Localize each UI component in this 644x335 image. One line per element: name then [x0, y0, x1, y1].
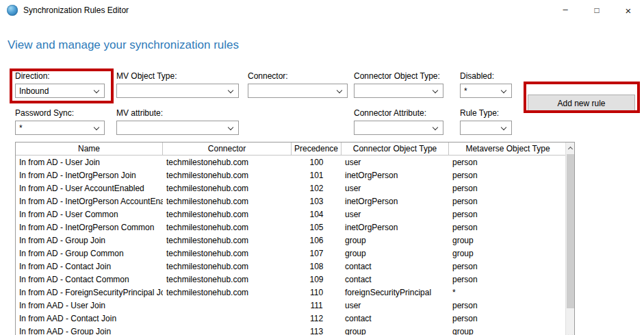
table-cell: techmilestonehub.com [163, 247, 292, 260]
connector-object-type-filter: Connector Object Type: [354, 71, 443, 98]
table-cell: group [342, 247, 449, 260]
connector-attribute-filter: Connector Attribute: [354, 108, 443, 135]
connector-object-type-select[interactable] [354, 84, 443, 98]
table-cell: In from AD - Contact Join [16, 260, 163, 273]
table-row[interactable]: In from AAD - Contact Join112contactpers… [16, 312, 567, 325]
column-header-connector[interactable]: Connector [163, 142, 292, 155]
maximize-button[interactable]: □ [581, 0, 613, 21]
table-cell: techmilestonehub.com [163, 273, 292, 286]
table-cell: person [449, 273, 567, 286]
table-cell: person [449, 299, 567, 312]
table-cell: 110 [292, 286, 342, 299]
page-title: View and manage your synchronization rul… [8, 38, 239, 52]
table-cell: In from AD - InetOrgPerson Common [16, 221, 163, 234]
caption-buttons: – □ × [550, 0, 644, 21]
close-button[interactable]: × [613, 0, 644, 21]
table-cell: person [449, 208, 567, 221]
table-row[interactable]: In from AD - Group Commontechmilestonehu… [16, 247, 567, 260]
disabled-filter-label: Disabled: [460, 71, 512, 81]
table-cell: 100 [292, 156, 342, 169]
table-cell: techmilestonehub.com [163, 182, 292, 195]
connector-filter-label: Connector: [248, 71, 348, 81]
mv-object-type-filter: MV Object Type: [116, 71, 239, 98]
password-sync-select-value: * [19, 123, 90, 133]
table-cell: person [449, 182, 567, 195]
mv-object-type-select[interactable] [116, 84, 239, 98]
direction-select[interactable]: Inbound [15, 84, 105, 98]
table-cell: 109 [292, 273, 342, 286]
chevron-down-icon [94, 125, 99, 130]
table-row[interactable]: In from AD - InetOrgPerson Commontechmil… [16, 221, 567, 234]
table-body: In from AD - User Jointechmilestonehub.c… [16, 156, 574, 335]
column-header-name[interactable]: Name [16, 142, 163, 155]
mv-object-type-filter-label: MV Object Type: [116, 71, 239, 81]
connector-attribute-select[interactable] [354, 121, 443, 135]
table-row[interactable]: In from AD - User Jointechmilestonehub.c… [16, 156, 567, 169]
table-cell: 106 [292, 234, 342, 247]
table-cell: group [342, 234, 449, 247]
table-row[interactable]: In from AAD - User Join111userperson [16, 299, 567, 312]
table-cell: group [342, 325, 449, 335]
table-cell: user [342, 182, 449, 195]
chevron-down-icon [501, 125, 506, 130]
connector-attribute-filter-label: Connector Attribute: [354, 108, 443, 118]
table-row[interactable]: In from AD - User AccountEnabledtechmile… [16, 182, 567, 195]
table-row[interactable]: In from AD - InetOrgPerson AccountEnable… [16, 195, 567, 208]
password-sync-filter-label: Password Sync: [15, 108, 105, 118]
titlebar: Synchronization Rules Editor – □ × [0, 0, 644, 21]
add-new-rule-button[interactable]: Add new rule [528, 95, 635, 112]
table-row[interactable]: In from AAD - Group Join113groupgroup [16, 325, 567, 335]
rules-table: Name Connector Precedence Connector Obje… [15, 142, 575, 335]
connector-object-type-filter-label: Connector Object Type: [354, 71, 443, 81]
table-cell: techmilestonehub.com [163, 195, 292, 208]
chevron-down-icon [337, 88, 342, 93]
table-cell: 102 [292, 182, 342, 195]
disabled-select[interactable]: * [460, 84, 512, 98]
table-cell: * [449, 286, 567, 299]
table-header: Name Connector Precedence Connector Obje… [16, 142, 567, 156]
table-cell: In from AAD - Group Join [16, 325, 163, 335]
table-cell: person [449, 195, 567, 208]
minimize-button[interactable]: – [550, 0, 581, 21]
table-cell: contact [342, 260, 449, 273]
password-sync-select[interactable]: * [15, 121, 105, 135]
rule-type-filter-label: Rule Type: [460, 108, 512, 118]
scroll-down-button[interactable] [566, 331, 575, 335]
password-sync-filter: Password Sync: * [15, 108, 105, 135]
chevron-down-icon [228, 125, 233, 130]
table-cell: inetOrgPerson [342, 169, 449, 182]
table-cell: foreignSecurityPrincipal [342, 286, 449, 299]
table-row[interactable]: In from AD - User Commontechmilestonehub… [16, 208, 567, 221]
table-row[interactable]: In from AD - Contact Jointechmilestonehu… [16, 260, 567, 273]
mv-attribute-select[interactable] [116, 121, 239, 135]
chevron-down-icon [433, 88, 438, 93]
table-cell: In from AD - InetOrgPerson AccountEnable… [16, 195, 163, 208]
vertical-scrollbar[interactable] [565, 142, 574, 335]
table-cell: 107 [292, 247, 342, 260]
table-cell: 105 [292, 221, 342, 234]
app-icon [7, 5, 18, 16]
scrollbar-thumb[interactable] [567, 154, 574, 308]
direction-filter: Direction: Inbound [15, 71, 105, 98]
chevron-down-icon [433, 125, 438, 130]
table-row[interactable]: In from AD - InetOrgPerson Jointechmiles… [16, 169, 567, 182]
table-cell: person [449, 169, 567, 182]
connector-select[interactable] [248, 84, 348, 98]
table-row[interactable]: In from AD - Contact Commontechmilestone… [16, 273, 567, 286]
column-header-metaverse-object-type[interactable]: Metaverse Object Type [449, 142, 567, 155]
connector-filter: Connector: [248, 71, 348, 98]
chevron-down-icon [94, 88, 99, 93]
table-cell: 101 [292, 169, 342, 182]
scroll-up-button[interactable] [566, 142, 575, 153]
table-cell: user [342, 299, 449, 312]
column-header-precedence[interactable]: Precedence [292, 142, 342, 155]
table-row[interactable]: In from AD - Group Jointechmilestonehub.… [16, 234, 567, 247]
table-cell: group [449, 234, 567, 247]
table-cell [163, 299, 292, 312]
rule-type-select[interactable] [460, 121, 512, 135]
direction-select-value: Inbound [19, 86, 90, 96]
table-row[interactable]: In from AD - ForeignSecurityPrincipal Jo… [16, 286, 567, 299]
column-header-connector-object-type[interactable]: Connector Object Type [342, 142, 449, 155]
table-cell: person [449, 156, 567, 169]
disabled-filter: Disabled: * [460, 71, 512, 98]
